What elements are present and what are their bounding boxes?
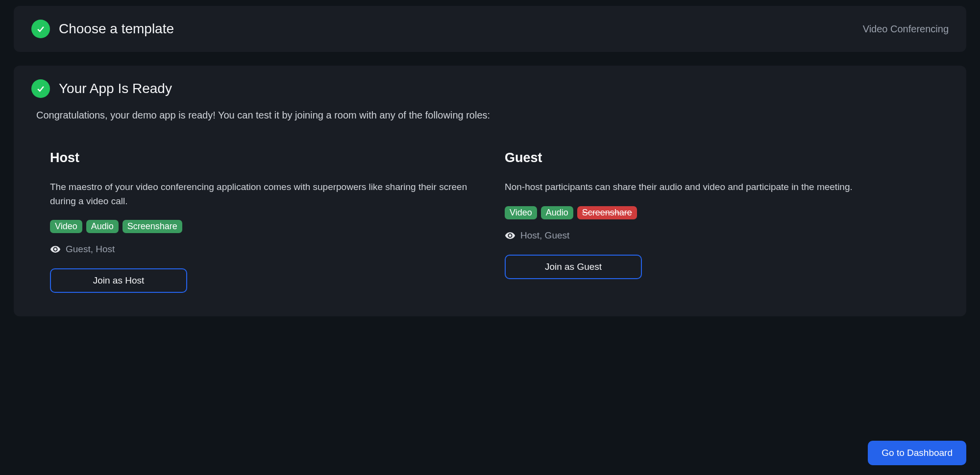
guest-tags: Video Audio Screenshare bbox=[505, 206, 930, 219]
role-guest-card: Guest Non-host participants can share th… bbox=[505, 150, 930, 293]
role-description: Non-host participants can share their au… bbox=[505, 180, 930, 194]
tag-audio: Audio bbox=[541, 206, 573, 219]
selected-template: Video Conferencing bbox=[863, 24, 949, 35]
step-title: Choose a template bbox=[59, 21, 174, 37]
visibility-text: Guest, Host bbox=[66, 244, 115, 255]
tag-video: Video bbox=[505, 206, 537, 219]
step-header: Choose a template Video Conferencing bbox=[31, 20, 949, 38]
tag-audio: Audio bbox=[86, 220, 119, 233]
step-template-card: Choose a template Video Conferencing bbox=[14, 6, 966, 52]
tag-video: Video bbox=[50, 220, 82, 233]
go-to-dashboard-button[interactable]: Go to Dashboard bbox=[868, 441, 966, 465]
header-left: Choose a template bbox=[31, 20, 174, 38]
check-icon bbox=[31, 79, 50, 98]
join-guest-button[interactable]: Join as Guest bbox=[505, 255, 642, 279]
role-title: Guest bbox=[505, 150, 930, 166]
role-description: The maestro of your video conferencing a… bbox=[50, 180, 475, 208]
check-icon bbox=[31, 20, 50, 38]
step-ready-card: Your App Is Ready Congratulations, your … bbox=[14, 66, 966, 316]
visibility-row: Guest, Host bbox=[50, 244, 475, 255]
host-tags: Video Audio Screenshare bbox=[50, 220, 475, 233]
congrats-text: Congratulations, your demo app is ready!… bbox=[36, 110, 949, 121]
header-left: Your App Is Ready bbox=[31, 79, 949, 98]
roles-container: Host The maestro of your video conferenc… bbox=[31, 150, 949, 303]
tag-screenshare: Screenshare bbox=[122, 220, 182, 233]
eye-icon bbox=[505, 230, 515, 241]
visibility-row: Host, Guest bbox=[505, 230, 930, 241]
step-title: Your App Is Ready bbox=[59, 81, 172, 96]
join-host-button[interactable]: Join as Host bbox=[50, 268, 187, 293]
visibility-text: Host, Guest bbox=[520, 230, 569, 241]
tag-screenshare: Screenshare bbox=[577, 206, 637, 219]
eye-icon bbox=[50, 244, 61, 255]
role-host-card: Host The maestro of your video conferenc… bbox=[50, 150, 475, 293]
role-title: Host bbox=[50, 150, 475, 166]
